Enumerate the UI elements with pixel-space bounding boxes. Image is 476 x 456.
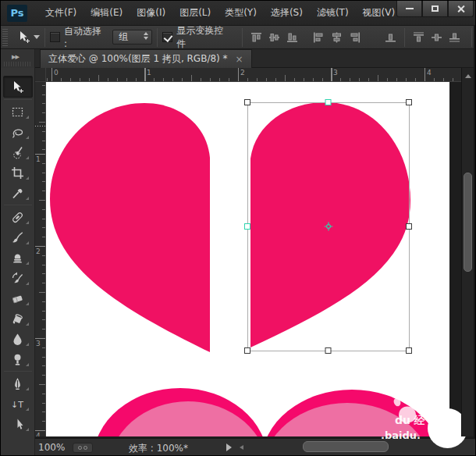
tool-paint-bucket[interactable] (3, 308, 33, 329)
tool-move[interactable] (3, 76, 33, 98)
scroll-up-icon[interactable] (465, 74, 471, 78)
transform-handle-mid-right[interactable] (407, 224, 412, 230)
document-tab-title: 立体爱心 @ 100%(图层 1 拷贝, RGB/8) * (48, 52, 228, 66)
align-right-edges-icon[interactable] (348, 31, 361, 44)
tab-close-icon[interactable]: × (236, 54, 243, 65)
tool-vertical-type[interactable]: ↓T (3, 394, 33, 414)
distribute-top-icon[interactable] (412, 31, 425, 44)
maximize-button[interactable] (422, 1, 448, 17)
eyedropper-tool-icon (11, 187, 24, 200)
status-options-button[interactable] (73, 443, 93, 453)
panel-grip-handle[interactable] (4, 62, 32, 66)
ruler-label: 4 (427, 69, 432, 77)
vertical-ruler[interactable]: 1 2 3 4 (35, 82, 46, 436)
align-vertical-centers-icon[interactable] (268, 31, 281, 44)
tool-eraser[interactable] (3, 288, 33, 308)
title-bar: Ps 文件(F) 编辑(E) 图像(I) 图层(L) 类型(Y) 选择(S) 滤… (1, 1, 476, 26)
menu-view[interactable]: 视图(V) (356, 3, 403, 23)
show-transform-checkbox[interactable] (162, 32, 172, 42)
tool-crop[interactable] (3, 162, 33, 183)
dropdown-spinner-icon (144, 32, 148, 40)
transform-handle-bottom-left[interactable] (245, 348, 250, 354)
ruler-label: 2 (36, 248, 41, 255)
show-transform-label: 显示变换控件 (176, 24, 233, 51)
auto-select-checkbox[interactable] (50, 32, 60, 42)
tool-spot-healing-brush[interactable] (3, 207, 33, 227)
distribute-vertical-centers-icon[interactable] (430, 31, 443, 44)
tool-brush[interactable] (3, 227, 33, 248)
horizontal-ruler[interactable]: 0 1 2 3 4 (46, 68, 461, 82)
auto-select-target-dropdown[interactable]: 组 (112, 30, 153, 45)
ruler-corner[interactable] (35, 68, 46, 82)
menu-select[interactable]: 选择(S) (264, 3, 310, 23)
tool-quick-selection[interactable] (3, 142, 33, 162)
transform-handle-top-right[interactable] (407, 100, 412, 105)
menu-edit[interactable]: 编辑(E) (83, 3, 130, 23)
minimize-button[interactable] (396, 1, 422, 17)
collapse-panel-icon[interactable]: ▸▸ (12, 52, 19, 62)
tool-lasso[interactable] (3, 122, 33, 142)
menu-type[interactable]: 类型(Y) (218, 3, 264, 23)
options-grip-handle[interactable] (2, 29, 8, 46)
transform-handle-top-left[interactable] (245, 100, 250, 105)
clone-stamp-tool-icon (11, 251, 24, 265)
path-selection-tool-icon (11, 418, 24, 431)
left-half-heart-shape[interactable] (50, 103, 210, 352)
options-separator (242, 28, 243, 47)
document-canvas[interactable] (46, 82, 449, 436)
quick-selection-tool-icon (11, 146, 24, 159)
tool-dodge[interactable] (3, 349, 33, 369)
tool-history-brush[interactable] (3, 268, 33, 288)
scroll-left-icon[interactable] (240, 445, 243, 450)
menu-image[interactable]: 图像(I) (130, 3, 172, 23)
menu-file[interactable]: 文件(F) (38, 3, 83, 23)
options-separator (404, 28, 405, 47)
lasso-tool-icon (11, 126, 24, 139)
transform-handle-mid-left[interactable] (245, 224, 250, 230)
align-left-edges-icon[interactable] (312, 31, 325, 44)
zoom-level-field[interactable]: 100% (38, 442, 65, 453)
document-tab-bar: ▸▸ 立体爱心 @ 100%(图层 1 拷贝, RGB/8) * × (1, 49, 476, 68)
tool-rectangular-marquee[interactable] (3, 102, 33, 122)
close-button[interactable] (448, 1, 474, 17)
transform-handle-top-center[interactable] (325, 100, 331, 105)
right-half-heart-shape[interactable] (250, 102, 410, 347)
tool-blur[interactable] (3, 329, 33, 349)
tool-clone-stamp[interactable] (3, 248, 33, 268)
align-top-edges-icon[interactable] (250, 31, 263, 44)
distribute-bottom-icon[interactable] (384, 31, 397, 44)
current-tool-button[interactable] (17, 30, 40, 44)
maximize-icon (432, 5, 439, 12)
ruler-label: 4 (36, 432, 41, 436)
efficiency-label: 效率 : (129, 443, 154, 454)
tool-group-separator (4, 371, 32, 372)
blur-tool-icon (11, 333, 24, 346)
menu-filter[interactable]: 滤镜(T) (310, 3, 356, 23)
transform-handle-bottom-right[interactable] (407, 348, 412, 354)
eraser-tool-icon (11, 292, 24, 305)
tool-group-separator (4, 99, 32, 100)
menu-layer[interactable]: 图层(L) (172, 3, 218, 23)
horizontal-scrollbar-thumb[interactable] (303, 441, 389, 452)
tool-path-selection[interactable] (3, 414, 33, 434)
healing-brush-tool-icon (11, 211, 24, 224)
brush-tool-icon (11, 231, 24, 244)
vertical-scrollbar-thumb[interactable] (464, 173, 472, 272)
tool-eyedropper[interactable] (3, 183, 33, 203)
status-menu-arrow-icon[interactable] (226, 444, 232, 451)
crop-tool-icon (11, 166, 24, 180)
align-bottom-edges-icon[interactable] (286, 31, 299, 44)
move-tool-icon (17, 30, 30, 44)
tool-preset-dropdown-icon (34, 35, 40, 39)
tool-pen[interactable] (3, 373, 33, 394)
dodge-tool-icon (11, 353, 24, 366)
document-tab[interactable]: 立体爱心 @ 100%(图层 1 拷贝, RGB/8) * × (40, 49, 252, 68)
ruler-label: 1 (147, 69, 151, 77)
history-brush-tool-icon (11, 272, 24, 285)
sync-icon (83, 446, 87, 450)
distribute-middle-icon[interactable] (448, 31, 461, 44)
vertical-scrollbar[interactable] (461, 68, 474, 436)
align-horizontal-centers-icon[interactable] (330, 31, 343, 44)
transform-handle-bottom-center[interactable] (325, 348, 331, 354)
ruler-label: 3 (333, 69, 338, 77)
